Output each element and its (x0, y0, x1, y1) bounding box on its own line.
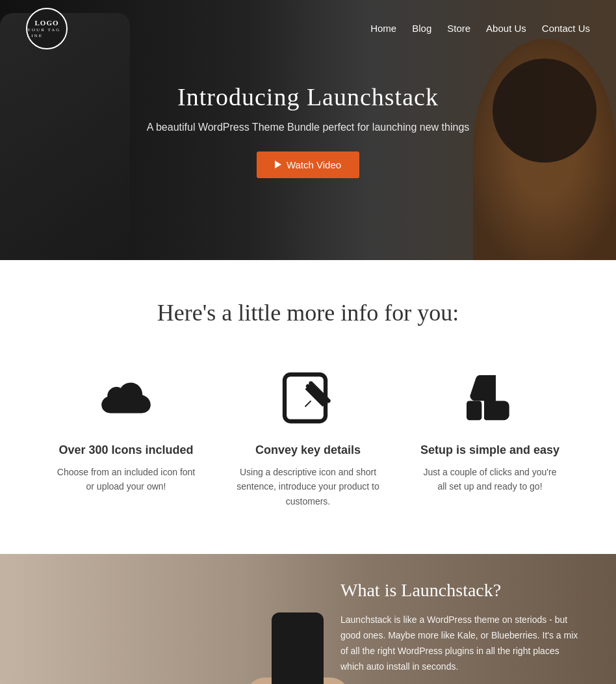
hero-content: Introducing Launchstack A beautiful Word… (134, 70, 483, 191)
logo-tagline: Your Tag Line (27, 27, 66, 39)
watch-video-button[interactable]: Watch Video (257, 151, 359, 178)
feature-details: Convey key details Using a descriptive i… (230, 359, 386, 515)
what-section: What is Launchstack? Launchstack is like… (0, 554, 616, 684)
nav-contact[interactable]: Contact Us (542, 23, 590, 34)
svg-line-4 (305, 401, 311, 407)
hero-title: Introducing Launchstack (147, 83, 470, 111)
watch-video-label: Watch Video (287, 159, 341, 170)
feature-details-desc: Using a descriptive icon and short sente… (237, 465, 379, 508)
feature-icons-desc: Choose from an included icon font or upl… (55, 465, 198, 494)
hero-subtitle: A beautiful WordPress Theme Bundle perfe… (147, 122, 470, 133)
feature-details-title: Convey key details (237, 443, 379, 457)
cloud-icon (94, 365, 159, 430)
feature-setup: Setup is simple and easy Just a couple o… (412, 359, 568, 515)
feature-icons-title: Over 300 Icons included (55, 443, 198, 457)
play-icon (275, 161, 281, 168)
hero-coffee-decoration (473, 39, 616, 260)
feature-icons: Over 300 Icons included Choose from an i… (48, 359, 204, 515)
edit-icon (276, 365, 340, 430)
feature-setup-desc: Just a couple of clicks and you're all s… (418, 465, 561, 494)
nav-store[interactable]: Store (447, 23, 470, 34)
info-section: Here's a little more info for you: Over … (0, 260, 616, 554)
svg-rect-5 (467, 401, 481, 421)
what-heading: What is Launchstack? (340, 580, 584, 601)
main-nav: LOGO Your Tag Line Home Blog Store About… (0, 0, 616, 57)
logo-text: LOGO (34, 18, 58, 27)
thumbsup-icon (457, 365, 522, 430)
nav-about[interactable]: About Us (486, 23, 526, 34)
info-heading: Here's a little more info for you: (26, 299, 590, 326)
logo[interactable]: LOGO Your Tag Line (26, 8, 68, 49)
what-paragraph-1: Launchstack is like a WordPress theme on… (340, 612, 584, 674)
what-content: What is Launchstack? Launchstack is like… (308, 554, 616, 684)
features-grid: Over 300 Icons included Choose from an i… (29, 359, 587, 515)
feature-setup-title: Setup is simple and easy (418, 443, 561, 457)
nav-blog[interactable]: Blog (412, 23, 431, 34)
nav-home[interactable]: Home (370, 23, 396, 34)
nav-links: Home Blog Store About Us Contact Us (370, 23, 590, 34)
